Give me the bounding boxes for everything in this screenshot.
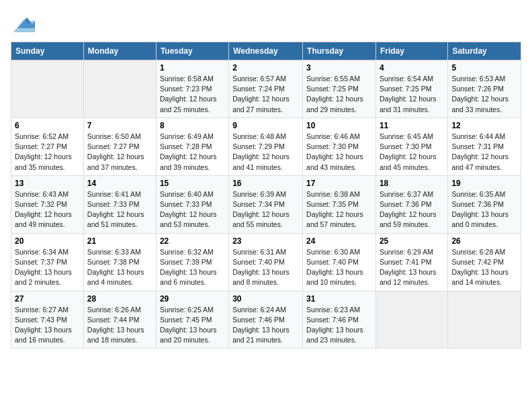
day-number: 14 bbox=[87, 179, 152, 188]
day-number: 15 bbox=[160, 179, 225, 188]
calendar-cell: 10Sunrise: 6:46 AMSunset: 7:30 PMDayligh… bbox=[303, 118, 376, 175]
day-detail: Sunrise: 6:23 AMSunset: 7:46 PMDaylight:… bbox=[306, 305, 372, 346]
day-number: 11 bbox=[380, 121, 444, 130]
day-number: 28 bbox=[87, 294, 152, 304]
day-number: 18 bbox=[380, 179, 444, 188]
calendar-cell: 19Sunrise: 6:35 AMSunset: 7:36 PMDayligh… bbox=[448, 175, 521, 233]
weekday-header-cell: Thursday bbox=[303, 42, 376, 60]
calendar-cell: 22Sunrise: 6:32 AMSunset: 7:39 PMDayligh… bbox=[156, 233, 228, 291]
day-detail: Sunrise: 6:54 AMSunset: 7:25 PMDaylight:… bbox=[380, 74, 444, 115]
logo-text bbox=[11, 11, 35, 35]
weekday-header-row: SundayMondayTuesdayWednesdayThursdayFrid… bbox=[11, 42, 521, 60]
calendar-cell: 26Sunrise: 6:28 AMSunset: 7:42 PMDayligh… bbox=[448, 233, 521, 291]
day-detail: Sunrise: 6:37 AMSunset: 7:36 PMDaylight:… bbox=[380, 189, 444, 230]
day-detail: Sunrise: 6:43 AMSunset: 7:32 PMDaylight:… bbox=[15, 189, 80, 230]
day-detail: Sunrise: 6:31 AMSunset: 7:40 PMDaylight:… bbox=[232, 247, 299, 288]
calendar-cell: 12Sunrise: 6:44 AMSunset: 7:31 PMDayligh… bbox=[448, 118, 521, 175]
weekday-header-cell: Monday bbox=[83, 42, 156, 60]
calendar-cell: 3Sunrise: 6:55 AMSunset: 7:25 PMDaylight… bbox=[303, 60, 376, 118]
day-detail: Sunrise: 6:55 AMSunset: 7:25 PMDaylight:… bbox=[306, 74, 372, 115]
day-number: 22 bbox=[160, 236, 225, 246]
calendar-cell: 14Sunrise: 6:41 AMSunset: 7:33 PMDayligh… bbox=[83, 175, 156, 233]
calendar-cell: 16Sunrise: 6:39 AMSunset: 7:34 PMDayligh… bbox=[229, 175, 303, 233]
day-detail: Sunrise: 6:33 AMSunset: 7:38 PMDaylight:… bbox=[87, 247, 152, 288]
day-detail: Sunrise: 6:53 AMSunset: 7:26 PMDaylight:… bbox=[451, 74, 517, 115]
day-number: 24 bbox=[306, 236, 372, 246]
day-number: 8 bbox=[160, 121, 225, 130]
calendar-cell: 17Sunrise: 6:38 AMSunset: 7:35 PMDayligh… bbox=[303, 175, 376, 233]
day-detail: Sunrise: 6:30 AMSunset: 7:40 PMDaylight:… bbox=[306, 247, 372, 288]
day-number: 10 bbox=[306, 121, 372, 130]
day-detail: Sunrise: 6:40 AMSunset: 7:33 PMDaylight:… bbox=[160, 189, 225, 230]
calendar-cell: 6Sunrise: 6:52 AMSunset: 7:27 PMDaylight… bbox=[11, 118, 84, 175]
day-detail: Sunrise: 6:44 AMSunset: 7:31 PMDaylight:… bbox=[451, 132, 517, 173]
day-number: 23 bbox=[232, 236, 299, 246]
day-number: 21 bbox=[87, 236, 152, 246]
day-detail: Sunrise: 6:45 AMSunset: 7:30 PMDaylight:… bbox=[380, 132, 444, 173]
day-detail: Sunrise: 6:34 AMSunset: 7:37 PMDaylight:… bbox=[15, 247, 80, 288]
page-header bbox=[11, 11, 521, 35]
day-detail: Sunrise: 6:46 AMSunset: 7:30 PMDaylight:… bbox=[306, 132, 372, 173]
calendar-cell: 20Sunrise: 6:34 AMSunset: 7:37 PMDayligh… bbox=[11, 233, 84, 291]
calendar-cell: 15Sunrise: 6:40 AMSunset: 7:33 PMDayligh… bbox=[156, 175, 228, 233]
weekday-header-cell: Sunday bbox=[11, 42, 84, 60]
calendar-cell: 25Sunrise: 6:29 AMSunset: 7:41 PMDayligh… bbox=[375, 233, 447, 291]
day-number: 5 bbox=[451, 63, 517, 73]
calendar-cell: 4Sunrise: 6:54 AMSunset: 7:25 PMDaylight… bbox=[375, 60, 447, 118]
day-number: 20 bbox=[15, 236, 80, 246]
day-detail: Sunrise: 6:50 AMSunset: 7:27 PMDaylight:… bbox=[87, 132, 152, 173]
calendar-cell: 30Sunrise: 6:24 AMSunset: 7:46 PMDayligh… bbox=[229, 291, 303, 349]
calendar-cell: 23Sunrise: 6:31 AMSunset: 7:40 PMDayligh… bbox=[229, 233, 303, 291]
day-number: 26 bbox=[451, 236, 517, 246]
calendar-week-row: 20Sunrise: 6:34 AMSunset: 7:37 PMDayligh… bbox=[11, 233, 521, 291]
calendar-cell: 13Sunrise: 6:43 AMSunset: 7:32 PMDayligh… bbox=[11, 175, 84, 233]
day-number: 19 bbox=[451, 179, 517, 188]
calendar-cell: 29Sunrise: 6:25 AMSunset: 7:45 PMDayligh… bbox=[156, 291, 228, 349]
calendar-cell bbox=[375, 291, 447, 349]
day-number: 9 bbox=[232, 121, 299, 130]
calendar-table: SundayMondayTuesdayWednesdayThursdayFrid… bbox=[11, 42, 521, 349]
calendar-cell: 21Sunrise: 6:33 AMSunset: 7:38 PMDayligh… bbox=[83, 233, 156, 291]
day-number: 27 bbox=[15, 294, 80, 304]
day-detail: Sunrise: 6:41 AMSunset: 7:33 PMDaylight:… bbox=[87, 189, 152, 230]
logo-icon bbox=[13, 11, 35, 35]
calendar-cell: 8Sunrise: 6:49 AMSunset: 7:28 PMDaylight… bbox=[156, 118, 228, 175]
day-number: 2 bbox=[232, 63, 299, 73]
day-number: 25 bbox=[380, 236, 444, 246]
day-detail: Sunrise: 6:28 AMSunset: 7:42 PMDaylight:… bbox=[451, 247, 517, 288]
day-detail: Sunrise: 6:39 AMSunset: 7:34 PMDaylight:… bbox=[232, 189, 299, 230]
day-detail: Sunrise: 6:32 AMSunset: 7:39 PMDaylight:… bbox=[160, 247, 225, 288]
calendar-cell bbox=[448, 291, 521, 349]
calendar-body: 1Sunrise: 6:58 AMSunset: 7:23 PMDaylight… bbox=[11, 60, 521, 349]
calendar-cell: 31Sunrise: 6:23 AMSunset: 7:46 PMDayligh… bbox=[303, 291, 376, 349]
day-detail: Sunrise: 6:24 AMSunset: 7:46 PMDaylight:… bbox=[232, 305, 299, 346]
day-detail: Sunrise: 6:57 AMSunset: 7:24 PMDaylight:… bbox=[232, 74, 299, 115]
calendar-cell: 11Sunrise: 6:45 AMSunset: 7:30 PMDayligh… bbox=[375, 118, 447, 175]
day-detail: Sunrise: 6:38 AMSunset: 7:35 PMDaylight:… bbox=[306, 189, 372, 230]
day-detail: Sunrise: 6:27 AMSunset: 7:43 PMDaylight:… bbox=[15, 305, 80, 346]
calendar-cell bbox=[83, 60, 156, 118]
day-number: 1 bbox=[160, 63, 225, 73]
day-detail: Sunrise: 6:29 AMSunset: 7:41 PMDaylight:… bbox=[380, 247, 444, 288]
calendar-cell: 18Sunrise: 6:37 AMSunset: 7:36 PMDayligh… bbox=[375, 175, 447, 233]
calendar-cell: 1Sunrise: 6:58 AMSunset: 7:23 PMDaylight… bbox=[156, 60, 228, 118]
day-detail: Sunrise: 6:58 AMSunset: 7:23 PMDaylight:… bbox=[160, 74, 225, 115]
calendar-cell: 5Sunrise: 6:53 AMSunset: 7:26 PMDaylight… bbox=[448, 60, 521, 118]
day-detail: Sunrise: 6:35 AMSunset: 7:36 PMDaylight:… bbox=[451, 189, 517, 230]
day-number: 7 bbox=[87, 121, 152, 130]
calendar-cell bbox=[11, 60, 84, 118]
day-number: 16 bbox=[232, 179, 299, 188]
calendar-week-row: 1Sunrise: 6:58 AMSunset: 7:23 PMDaylight… bbox=[11, 60, 521, 118]
day-detail: Sunrise: 6:52 AMSunset: 7:27 PMDaylight:… bbox=[15, 132, 80, 173]
calendar-cell: 28Sunrise: 6:26 AMSunset: 7:44 PMDayligh… bbox=[83, 291, 156, 349]
day-detail: Sunrise: 6:48 AMSunset: 7:29 PMDaylight:… bbox=[232, 132, 299, 173]
day-detail: Sunrise: 6:49 AMSunset: 7:28 PMDaylight:… bbox=[160, 132, 225, 173]
day-detail: Sunrise: 6:26 AMSunset: 7:44 PMDaylight:… bbox=[87, 305, 152, 346]
weekday-header-cell: Friday bbox=[375, 42, 447, 60]
weekday-header-cell: Wednesday bbox=[229, 42, 303, 60]
day-number: 17 bbox=[306, 179, 372, 188]
calendar-week-row: 6Sunrise: 6:52 AMSunset: 7:27 PMDaylight… bbox=[11, 118, 521, 175]
calendar-week-row: 13Sunrise: 6:43 AMSunset: 7:32 PMDayligh… bbox=[11, 175, 521, 233]
calendar-cell: 27Sunrise: 6:27 AMSunset: 7:43 PMDayligh… bbox=[11, 291, 84, 349]
day-number: 30 bbox=[232, 294, 299, 304]
